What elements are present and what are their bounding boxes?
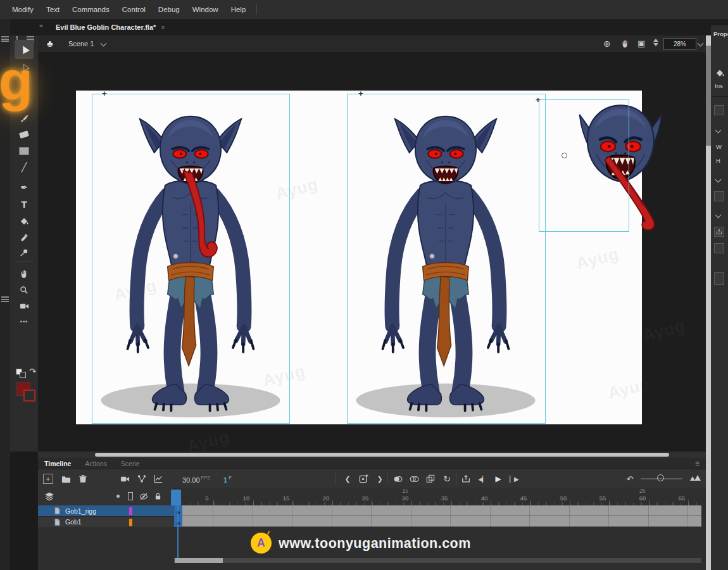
outline-column-icon[interactable] — [128, 492, 133, 500]
zoom-level-input[interactable]: 28% — [663, 38, 696, 50]
stage-pasteboard[interactable]: Ayug Ayug Ayug Ayug Ayug + + + — [38, 52, 706, 452]
frame-rate-value[interactable]: 30.00FPS — [182, 475, 210, 484]
close-tab-icon[interactable]: × — [161, 23, 165, 31]
zoom-in-frames-icon[interactable] — [694, 475, 701, 481]
scrollbar-thumb[interactable] — [706, 46, 711, 146]
new-layer-button[interactable]: + — [43, 474, 53, 484]
stage-horizontal-scrollbar[interactable] — [38, 452, 706, 458]
stepper-up-icon[interactable] — [653, 39, 658, 42]
reset-timeline-zoom-button[interactable]: ↶ — [624, 472, 636, 485]
panel-grip-icon[interactable] — [1, 36, 9, 42]
layer-name[interactable]: Gob1 — [65, 518, 82, 526]
goblin-pose-front-tongue[interactable] — [94, 94, 287, 422]
goblin-pose-front-teeth[interactable] — [349, 94, 543, 422]
goblin-head-closeup[interactable] — [579, 102, 666, 233]
panel-menu-icon[interactable]: ≡ — [695, 459, 700, 468]
test-movie-button[interactable] — [460, 472, 472, 485]
properties-section-box[interactable] — [714, 272, 724, 285]
scene-dropdown-chevron-icon[interactable] — [101, 41, 107, 47]
eraser-tool[interactable] — [16, 127, 32, 142]
rectangle-tool[interactable] — [16, 143, 32, 158]
insert-keyframe-button[interactable] — [357, 472, 370, 485]
stroke-color-swatch[interactable] — [23, 390, 35, 402]
center-stage-button[interactable]: ⊕ — [603, 39, 611, 49]
panel-grip-icon[interactable] — [1, 296, 9, 302]
delete-layer-button[interactable] — [77, 472, 89, 485]
step-forward-button[interactable]: ▏▶ — [508, 472, 520, 485]
menu-window[interactable]: Window — [187, 3, 224, 16]
brush-tool[interactable] — [16, 111, 32, 126]
vertical-scrollbar[interactable] — [706, 35, 711, 570]
hand-tool[interactable] — [16, 266, 32, 281]
collapse-panels-icon[interactable]: « — [39, 22, 42, 29]
stepper-down-icon[interactable] — [653, 43, 658, 46]
menu-commands[interactable]: Commands — [66, 3, 115, 16]
menu-control[interactable]: Control — [116, 3, 151, 16]
export-option-button[interactable] — [714, 227, 724, 237]
camera-tool[interactable] — [16, 298, 32, 314]
previous-keyframe-button[interactable]: ❮ — [341, 472, 354, 485]
frame-span-gob1-rigg[interactable] — [174, 505, 701, 516]
menu-help[interactable]: Help — [225, 3, 252, 16]
graph-editor-button[interactable] — [152, 472, 165, 485]
menu-modify[interactable]: Modify — [6, 3, 39, 16]
section-chevron-icon[interactable] — [715, 212, 722, 218]
frame-span-gob1[interactable] — [174, 516, 701, 527]
swap-colors-icon[interactable]: ↷ — [29, 367, 36, 376]
paint-bucket-tool[interactable] — [16, 213, 32, 229]
next-keyframe-button[interactable]: ❯ — [373, 472, 386, 485]
tab-scene[interactable]: Scene — [121, 460, 140, 467]
registration-point[interactable] — [173, 253, 179, 259]
menu-debug[interactable]: Debug — [153, 3, 185, 16]
layer-row-gob1-rigg[interactable]: Gob1_rigg — [38, 505, 174, 516]
active-layer-column-icon[interactable] — [116, 495, 120, 498]
layer-row-gob1[interactable]: Gob1 — [38, 516, 174, 527]
more-tools-button[interactable]: ••• — [16, 314, 32, 329]
timeline-horizontal-scrollbar[interactable] — [174, 558, 701, 563]
loop-playback-button[interactable]: ↻ — [441, 472, 453, 485]
timeline-ruler[interactable]: 1s 2s 5 10 15 20 25 30 35 40 45 50 55 60… — [174, 488, 701, 505]
onion-skin-button[interactable] — [391, 472, 404, 485]
layer-name[interactable]: Gob1_rigg — [65, 507, 96, 515]
asset-warp-pin-tool[interactable] — [16, 245, 32, 260]
tab-timeline[interactable]: Timeline — [44, 460, 71, 467]
menu-text[interactable]: Text — [41, 3, 65, 16]
step-back-button[interactable]: ◀▏ — [476, 472, 489, 485]
section-chevron-icon[interactable] — [715, 177, 722, 183]
layer-outline-color-swatch[interactable] — [129, 507, 132, 515]
rotate-view-button[interactable] — [621, 39, 630, 48]
section-chevron-icon[interactable] — [715, 127, 722, 134]
layer-outline-color-swatch[interactable] — [129, 519, 132, 526]
zoom-stepper[interactable] — [653, 39, 658, 46]
edit-scene-icon[interactable]: ♣ — [47, 38, 53, 49]
document-tab[interactable]: Evil Blue Goblin Character.fla* × — [49, 19, 172, 35]
add-camera-button[interactable] — [118, 472, 131, 485]
scrollbar-thumb[interactable] — [175, 558, 223, 563]
blend-mode-button[interactable] — [714, 191, 724, 201]
playhead[interactable] — [171, 490, 181, 505]
position-size-button[interactable] — [714, 105, 724, 115]
onion-skin-outlines-button[interactable] — [408, 472, 420, 485]
zoom-tool[interactable] — [16, 282, 32, 298]
scene-name[interactable]: Scene 1 — [68, 40, 94, 48]
timeline-zoom-knob[interactable] — [657, 474, 664, 481]
stage-canvas[interactable]: Ayug Ayug Ayug Ayug Ayug — [76, 91, 642, 424]
current-frame-value: 1F — [223, 475, 232, 484]
tab-actions[interactable]: Actions — [85, 460, 106, 467]
visibility-column-icon[interactable] — [139, 492, 148, 501]
registration-point[interactable] — [429, 253, 435, 259]
pen-tool[interactable]: ✒ — [16, 180, 32, 195]
text-tool[interactable]: T — [16, 196, 32, 212]
new-folder-button[interactable] — [60, 472, 72, 485]
eyedropper-tool[interactable] — [16, 231, 32, 246]
zoom-dropdown-chevron-icon[interactable] — [698, 41, 704, 47]
clip-content-button[interactable]: ▣ — [637, 39, 645, 48]
lock-column-icon[interactable] — [154, 492, 162, 500]
show-parenting-button[interactable] — [135, 472, 148, 485]
filter-option-button[interactable] — [714, 243, 724, 253]
registration-point[interactable] — [562, 153, 567, 158]
play-button[interactable]: ▶ — [492, 472, 505, 485]
edit-multiple-frames-button[interactable] — [424, 472, 437, 485]
scrollbar-thumb[interactable] — [95, 453, 669, 457]
line-tool[interactable]: ╱ — [16, 160, 32, 175]
